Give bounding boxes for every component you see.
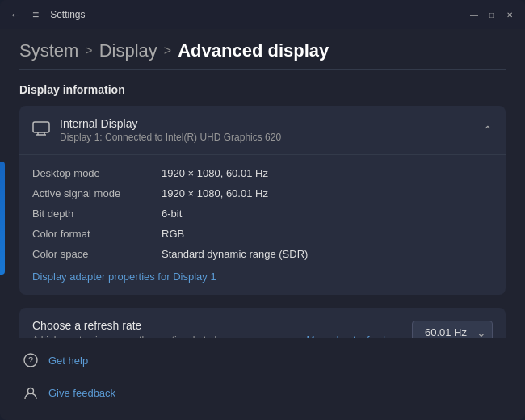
refresh-left: Choose a refresh rate A higher rate give… bbox=[32, 319, 412, 338]
label-color-format: Color format bbox=[32, 228, 162, 240]
maximize-button[interactable]: □ bbox=[486, 9, 498, 20]
value-desktop-mode: 1920 × 1080, 60.01 Hz bbox=[162, 167, 268, 179]
label-color-space: Color space bbox=[32, 248, 162, 260]
label-bit-depth: Bit depth bbox=[32, 208, 162, 220]
title-bar-left: ← ≡ Settings bbox=[10, 9, 86, 20]
settings-window: ← ≡ Settings — □ ✕ System > Display > Ad… bbox=[0, 0, 525, 420]
display-subtitle: Display 1: Connected to Intel(R) UHD Gra… bbox=[60, 132, 281, 143]
window-controls: — □ ✕ bbox=[468, 9, 515, 20]
display-card-header: Internal Display Display 1: Connected to… bbox=[19, 106, 506, 155]
monitor-icon bbox=[32, 121, 50, 140]
breadcrumb-sep1: > bbox=[85, 44, 92, 58]
refresh-rate-card: Choose a refresh rate A higher rate give… bbox=[19, 308, 506, 338]
table-row: Active signal mode 1920 × 1080, 60.01 Hz bbox=[32, 183, 493, 204]
breadcrumb: System > Display > Advanced display bbox=[0, 29, 525, 69]
breadcrumb-sep2: > bbox=[164, 44, 171, 58]
display-info-card: Internal Display Display 1: Connected to… bbox=[19, 106, 506, 295]
get-help-label: Get help bbox=[48, 355, 88, 367]
blue-accent-decoration bbox=[0, 162, 5, 275]
display-title: Internal Display bbox=[60, 117, 281, 130]
display-card-collapse-icon[interactable]: ⌃ bbox=[483, 124, 493, 136]
value-signal-mode: 1920 × 1080, 60.01 Hz bbox=[162, 187, 268, 200]
value-bit-depth: 6-bit bbox=[162, 208, 182, 220]
svg-text:?: ? bbox=[28, 355, 33, 365]
window-title: Settings bbox=[50, 9, 85, 20]
refresh-rate-select[interactable]: 60.01 Hz 48.00 Hz bbox=[412, 321, 493, 338]
menu-button[interactable]: ≡ bbox=[32, 9, 39, 20]
give-feedback-item[interactable]: Give feedback bbox=[19, 378, 506, 407]
breadcrumb-system[interactable]: System bbox=[19, 40, 78, 61]
svg-rect-0 bbox=[33, 122, 49, 132]
get-help-item[interactable]: ? Get help bbox=[19, 346, 506, 375]
close-button[interactable]: ✕ bbox=[504, 9, 515, 20]
display-header-left: Internal Display Display 1: Connected to… bbox=[32, 117, 281, 143]
refresh-select-wrapper: 60.01 Hz 48.00 Hz bbox=[412, 321, 493, 338]
value-color-space: Standard dynamic range (SDR) bbox=[162, 248, 308, 260]
refresh-title: Choose a refresh rate bbox=[32, 319, 412, 332]
value-color-format: RGB bbox=[162, 228, 184, 240]
get-help-icon: ? bbox=[23, 352, 39, 368]
table-row: Color format RGB bbox=[32, 224, 493, 244]
title-bar: ← ≡ Settings — □ ✕ bbox=[0, 0, 525, 29]
display-info-body: Desktop mode 1920 × 1080, 60.01 Hz Activ… bbox=[19, 155, 506, 295]
table-row: Color space Standard dynamic range (SDR) bbox=[32, 244, 493, 264]
display-title-block: Internal Display Display 1: Connected to… bbox=[60, 117, 281, 143]
table-row: Bit depth 6-bit bbox=[32, 204, 493, 224]
table-row: Desktop mode 1920 × 1080, 60.01 Hz bbox=[32, 163, 493, 183]
give-feedback-label: Give feedback bbox=[48, 387, 116, 399]
header-divider bbox=[19, 69, 506, 70]
minimize-button[interactable]: — bbox=[468, 9, 480, 20]
breadcrumb-current: Advanced display bbox=[178, 40, 329, 61]
display-adapter-link[interactable]: Display adapter properties for Display 1 bbox=[32, 271, 216, 283]
main-content: Display information Internal Display bbox=[0, 83, 525, 338]
breadcrumb-display[interactable]: Display bbox=[99, 40, 158, 61]
label-desktop-mode: Desktop mode bbox=[32, 167, 162, 179]
back-button[interactable]: ← bbox=[10, 9, 21, 20]
section-title-display-info: Display information bbox=[19, 83, 506, 96]
give-feedback-icon bbox=[23, 384, 39, 401]
footer-links: ? Get help Give feedback bbox=[0, 338, 525, 420]
label-signal-mode: Active signal mode bbox=[32, 187, 162, 200]
